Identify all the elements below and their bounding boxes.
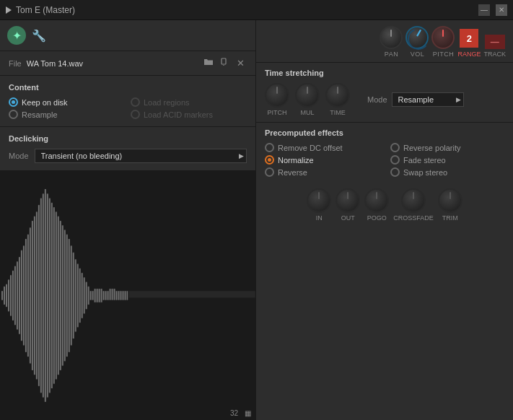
- ts-pitch-item: PITCH: [265, 83, 289, 116]
- effect-reverse-polarity[interactable]: Reverse polarity: [390, 143, 504, 152]
- svg-rect-45: [92, 291, 94, 300]
- svg-rect-61: [127, 291, 128, 300]
- out-label: OUT: [341, 214, 355, 222]
- swap-stereo-label: Swap stereo: [403, 168, 447, 177]
- crossfade-label: CROSSFADE: [393, 214, 434, 222]
- option-resample[interactable]: Resample: [9, 110, 125, 119]
- ts-mode-dropdown-container[interactable]: Resample Stretch E3 Generic E3 Mono Slic…: [392, 92, 464, 107]
- out-knob[interactable]: [336, 188, 360, 213]
- effect-reverse[interactable]: Reverse: [265, 167, 379, 177]
- svg-rect-47: [97, 289, 98, 302]
- pitch-range-value[interactable]: 2: [460, 29, 478, 48]
- precomputed-effects-section: Precomputed effects Remove DC offset Rev…: [256, 123, 513, 183]
- svg-rect-8: [12, 271, 14, 320]
- pan-knob-item: PAN: [380, 26, 403, 58]
- svg-rect-54: [112, 289, 113, 300]
- content-section: Content Keep on disk Load regions Resamp…: [0, 76, 255, 127]
- svg-rect-15: [27, 235, 29, 356]
- track-button[interactable]: —: [485, 35, 505, 49]
- time-stretching-knobs: PITCH MUL TIME: [265, 83, 350, 116]
- in-knob[interactable]: [307, 188, 331, 213]
- in-label: IN: [316, 214, 323, 222]
- radio-swap-stereo: [390, 167, 400, 177]
- ts-time-item: TIME: [325, 83, 350, 116]
- svg-rect-6: [8, 280, 9, 312]
- ts-mode-select[interactable]: Resample Stretch E3 Generic E3 Mono Slic…: [392, 92, 464, 107]
- svg-rect-23: [45, 189, 46, 402]
- pitch-knob[interactable]: [431, 26, 455, 49]
- effect-normalize[interactable]: Normalize: [265, 155, 379, 165]
- option-keep-on-disk[interactable]: Keep on disk: [9, 97, 125, 107]
- svg-rect-16: [30, 227, 31, 363]
- ts-mode: Mode Resample Stretch E3 Generic E3 Mono…: [367, 92, 464, 107]
- declicking-mode-select[interactable]: Transient (no bleeding) Transient (bleed…: [35, 149, 247, 163]
- expand-icon[interactable]: [6, 6, 12, 14]
- trim-knob[interactable]: [438, 188, 462, 213]
- edit-file-button[interactable]: [219, 57, 232, 69]
- declicking-mode-row: Mode Transient (no bleeding) Transient (…: [9, 149, 247, 163]
- svg-rect-0: [222, 58, 226, 64]
- svg-rect-26: [51, 203, 53, 388]
- radio-keep-on-disk: [9, 97, 18, 107]
- radio-remove-dc: [265, 143, 274, 152]
- trim-label: TRIM: [442, 214, 458, 222]
- svg-rect-19: [36, 211, 38, 379]
- minimize-button[interactable]: —: [478, 4, 490, 16]
- svg-rect-62: [128, 291, 255, 297]
- pan-knob[interactable]: [380, 26, 403, 49]
- svg-rect-34: [69, 239, 70, 352]
- ts-pitch-label: PITCH: [268, 109, 287, 116]
- svg-rect-48: [99, 289, 100, 302]
- svg-rect-40: [82, 273, 83, 318]
- svg-rect-27: [53, 207, 55, 384]
- time-stretching-section: Time stretching PITCH MUL TIME: [256, 63, 513, 123]
- effect-remove-dc[interactable]: Remove DC offset: [265, 143, 379, 152]
- svg-rect-3: [1, 291, 3, 300]
- close-file-button[interactable]: ✕: [234, 57, 247, 69]
- waveform-area: // Will be drawn via inline SVG: [0, 171, 255, 420]
- ts-mul-knob[interactable]: [295, 83, 320, 108]
- bk-trim-item: TRIM: [438, 188, 462, 222]
- svg-rect-21: [40, 198, 42, 393]
- wrench-icon[interactable]: 🔧: [32, 29, 46, 43]
- svg-rect-46: [95, 289, 96, 302]
- effect-swap-stereo[interactable]: Swap stereo: [390, 167, 504, 177]
- vol-knob[interactable]: [405, 26, 429, 49]
- svg-rect-18: [34, 216, 35, 375]
- svg-rect-49: [101, 289, 102, 302]
- open-folder-button[interactable]: [201, 57, 216, 69]
- declicking-mode-dropdown-container[interactable]: Transient (no bleeding) Transient (bleed…: [35, 149, 247, 163]
- bk-out-item: OUT: [336, 188, 360, 222]
- svg-rect-10: [17, 261, 18, 329]
- svg-rect-25: [49, 198, 51, 393]
- svg-rect-55: [114, 289, 115, 300]
- svg-rect-13: [23, 246, 25, 346]
- pogo-knob[interactable]: [364, 188, 389, 213]
- crossfade-knob[interactable]: [401, 188, 426, 213]
- ts-pitch-knob[interactable]: [265, 83, 289, 108]
- fx-icon[interactable]: ✦: [7, 26, 26, 45]
- knobs-row: PAN VOL PITCH 2 RANGE — TRACK: [256, 20, 513, 63]
- svg-rect-56: [116, 291, 118, 300]
- effect-fade-stereo[interactable]: Fade stereo: [390, 155, 504, 165]
- file-icons: ✕: [201, 57, 247, 69]
- declicking-title: Declicking: [9, 134, 247, 143]
- reverse-polarity-label: Reverse polarity: [403, 144, 460, 152]
- svg-rect-52: [108, 291, 109, 300]
- close-button[interactable]: ✕: [496, 4, 507, 16]
- reverse-label: Reverse: [278, 168, 307, 177]
- pogo-label: POGO: [367, 214, 387, 222]
- main-area: ✦ 🔧 File WA Tom 14.wav ✕ Content: [0, 20, 513, 420]
- option-load-acid: Load ACID markers: [131, 110, 247, 119]
- svg-rect-53: [110, 289, 111, 300]
- svg-rect-44: [90, 291, 92, 300]
- svg-rect-38: [77, 264, 79, 328]
- svg-rect-43: [88, 286, 89, 305]
- svg-rect-9: [14, 266, 16, 325]
- bk-crossfade-item: CROSSFADE: [393, 188, 434, 222]
- svg-rect-33: [66, 235, 68, 356]
- waveform-type-icon: ▦: [245, 409, 251, 417]
- ts-time-knob[interactable]: [325, 83, 350, 108]
- title-bar: Tom E (Master) — ✕: [0, 0, 513, 20]
- svg-rect-30: [60, 221, 61, 370]
